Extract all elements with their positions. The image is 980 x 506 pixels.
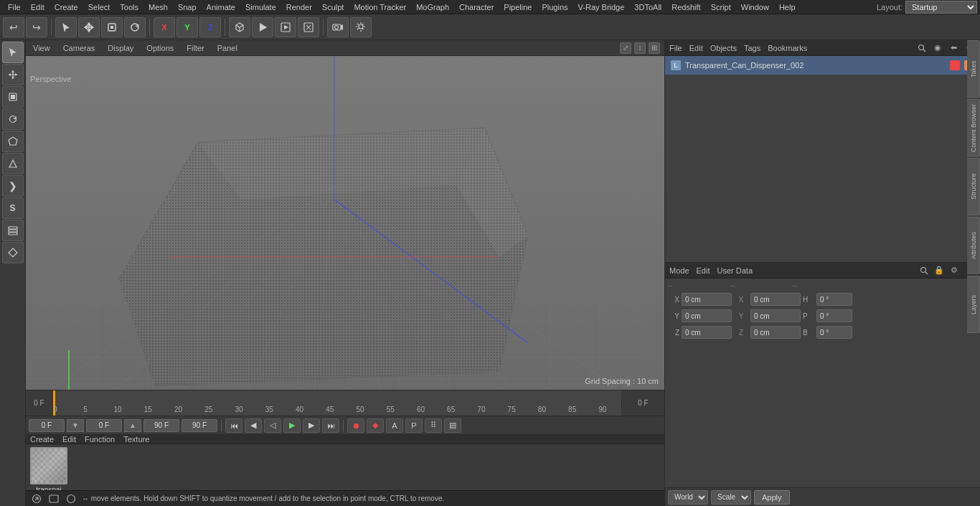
- sidebar-stack-btn[interactable]: [2, 220, 24, 241]
- attr-search-icon[interactable]: [918, 264, 930, 277]
- menu-character[interactable]: Character: [454, 0, 499, 14]
- om-object-row[interactable]: L Transparent_Can_Dispenser_002: [665, 56, 980, 75]
- keyframe-btn[interactable]: ◆: [367, 418, 384, 433]
- attr-menu-userdata[interactable]: User Data: [717, 266, 753, 275]
- attr-yr-input[interactable]: [750, 309, 801, 322]
- sidebar-select-btn[interactable]: [2, 42, 24, 63]
- tab-layers[interactable]: Layers: [967, 276, 980, 333]
- frame-step-down[interactable]: ▼: [67, 419, 84, 432]
- menu-sculpt[interactable]: Sculpt: [317, 0, 349, 14]
- move-tool-button[interactable]: [78, 17, 100, 37]
- sidebar-scale-btn[interactable]: [2, 86, 24, 108]
- menu-pipeline[interactable]: Pipeline: [499, 0, 537, 14]
- menu-snap[interactable]: Snap: [173, 0, 202, 14]
- apply-button[interactable]: Apply: [754, 490, 790, 505]
- viewport-menu-options[interactable]: Options: [143, 44, 176, 52]
- om-content[interactable]: L Transparent_Can_Dispenser_002: [665, 56, 980, 262]
- menu-redshift[interactable]: Redshift: [666, 0, 705, 14]
- z-axis-button[interactable]: Z: [199, 17, 221, 37]
- timeline-ruler[interactable]: 051015202530354045505560657075808590: [53, 390, 621, 416]
- attr-z-input[interactable]: [682, 326, 732, 339]
- status-icon-1[interactable]: [30, 492, 43, 505]
- menu-3dtoall[interactable]: 3DToAll: [629, 0, 666, 14]
- timeline-view-btn[interactable]: ▤: [444, 418, 461, 433]
- redo-button[interactable]: ↪: [26, 17, 47, 37]
- mat-menu-function[interactable]: Function: [85, 435, 115, 444]
- viewport-canvas[interactable]: Perspective Grid Spacing : 10 cm: [26, 56, 664, 390]
- keys-view-btn[interactable]: ⠿: [425, 418, 442, 433]
- menu-plugins[interactable]: Plugins: [537, 0, 573, 14]
- render-button[interactable]: [252, 17, 273, 37]
- vp-layout-btn[interactable]: ⊞: [649, 42, 660, 54]
- menu-create[interactable]: Create: [50, 0, 83, 14]
- menu-window[interactable]: Window: [736, 0, 774, 14]
- om-arrow-icon[interactable]: ⬅: [947, 42, 960, 55]
- step-back-btn[interactable]: ◀: [245, 418, 262, 433]
- menu-render[interactable]: Render: [281, 0, 317, 14]
- attr-b-input[interactable]: [816, 326, 852, 339]
- menu-vray[interactable]: V-Ray Bridge: [573, 0, 630, 14]
- om-color-dot[interactable]: [950, 60, 960, 70]
- tab-structure[interactable]: Structure: [967, 158, 980, 215]
- world-select[interactable]: World: [668, 490, 708, 505]
- play-forward-btn[interactable]: ▶: [283, 418, 301, 433]
- attr-h-input[interactable]: [816, 293, 852, 306]
- vp-expand-btn[interactable]: ⤢: [620, 42, 631, 54]
- viewport-menu-view[interactable]: View: [30, 44, 53, 52]
- viewport-menu-panel[interactable]: Panel: [215, 44, 240, 52]
- menu-mesh[interactable]: Mesh: [143, 0, 173, 14]
- menu-edit[interactable]: Edit: [26, 0, 50, 14]
- attr-x-input[interactable]: [682, 293, 732, 306]
- material-item[interactable]: transpai: [30, 447, 67, 494]
- om-menu-tags[interactable]: Tags: [744, 44, 760, 52]
- end-frame-input[interactable]: [143, 419, 179, 432]
- attr-settings-icon[interactable]: ⚙: [948, 264, 961, 277]
- sidebar-poly-btn[interactable]: [2, 131, 24, 152]
- mat-menu-edit[interactable]: Edit: [62, 435, 76, 444]
- camera-button[interactable]: [327, 17, 349, 37]
- rotate-tool-button[interactable]: [124, 17, 146, 37]
- select-tool-button[interactable]: [55, 17, 77, 37]
- render-region-button[interactable]: [275, 17, 296, 37]
- start-frame-input2[interactable]: [86, 419, 122, 432]
- vp-fullscreen-btn[interactable]: ↕: [634, 42, 646, 54]
- attr-menu-mode[interactable]: Mode: [669, 266, 689, 275]
- sidebar-move-btn[interactable]: [2, 64, 24, 85]
- om-menu-file[interactable]: File: [669, 44, 682, 52]
- auto-key-btn[interactable]: A: [386, 418, 403, 433]
- sidebar-triangle-btn[interactable]: [2, 153, 24, 174]
- menu-help[interactable]: Help: [774, 0, 801, 14]
- attr-p-input[interactable]: [816, 309, 852, 322]
- status-icon-3[interactable]: [65, 492, 77, 505]
- om-menu-edit[interactable]: Edit: [689, 44, 703, 52]
- menu-mograph[interactable]: MoGraph: [411, 0, 454, 14]
- sidebar-s-btn[interactable]: S: [2, 197, 24, 219]
- menu-tools[interactable]: Tools: [115, 0, 143, 14]
- om-pin-icon[interactable]: ◉: [931, 42, 944, 55]
- attr-xr-input[interactable]: [750, 293, 801, 306]
- tab-takes[interactable]: Takes: [967, 40, 980, 98]
- sidebar-rotate-btn[interactable]: [2, 108, 24, 130]
- render-active-button[interactable]: [298, 17, 319, 37]
- attr-menu-edit[interactable]: Edit: [697, 266, 710, 275]
- step-forward-btn[interactable]: ▶: [303, 418, 320, 433]
- tab-attributes[interactable]: Attributes: [967, 217, 980, 274]
- go-to-end-btn[interactable]: ⏭: [322, 418, 339, 433]
- frame-step-up[interactable]: ▲: [124, 419, 141, 432]
- menu-select[interactable]: Select: [83, 0, 116, 14]
- sidebar-diamond-btn[interactable]: [2, 242, 24, 263]
- go-to-start-btn[interactable]: ⏮: [225, 418, 242, 433]
- status-icon-2[interactable]: [47, 492, 60, 505]
- attr-lock-icon[interactable]: 🔒: [933, 264, 946, 277]
- mat-menu-create[interactable]: Create: [30, 435, 54, 444]
- menu-file[interactable]: File: [3, 0, 26, 14]
- record-btn[interactable]: ⏺: [347, 418, 364, 433]
- material-swatch[interactable]: [30, 447, 67, 484]
- viewport[interactable]: View Cameras Display Options Filter Pane…: [26, 40, 664, 390]
- tab-content-browser[interactable]: Content Browser: [967, 99, 980, 156]
- menu-animate[interactable]: Animate: [202, 0, 240, 14]
- sidebar-chevron-btn[interactable]: ❯: [2, 175, 24, 197]
- x-axis-button[interactable]: X: [154, 17, 175, 37]
- start-frame-input[interactable]: [29, 419, 65, 432]
- viewport-menu-display[interactable]: Display: [105, 44, 136, 52]
